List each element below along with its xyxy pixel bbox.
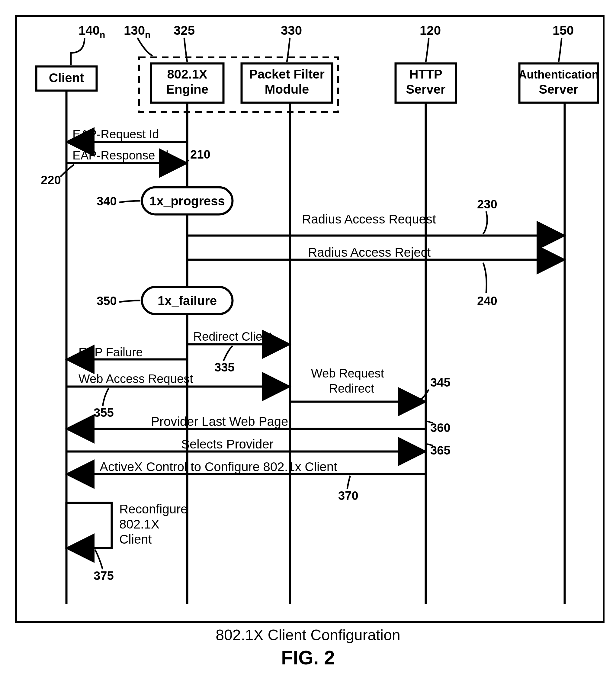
svg-text:Authentication: Authentication	[518, 68, 599, 81]
state-1x-progress-label: 1x_progress	[150, 194, 225, 208]
svg-text:Web Request: Web Request	[311, 367, 384, 380]
ref-210: 210	[190, 148, 210, 161]
ref-335: 335	[215, 361, 235, 374]
ref-220: 220	[41, 173, 61, 187]
svg-text:Server: Server	[406, 82, 446, 96]
diagram-caption: 802.1X Client Configuration	[216, 627, 400, 644]
ref-375: 375	[93, 569, 114, 582]
ref-230: 230	[477, 197, 497, 211]
svg-text:n: n	[145, 30, 150, 40]
state-1x-failure-label: 1x_failure	[158, 294, 217, 308]
ref-360: 360	[430, 421, 451, 434]
svg-text:Redirect: Redirect	[329, 382, 374, 395]
participant-client: Client	[36, 67, 97, 90]
participant-filter: Packet Filter Module	[241, 64, 332, 103]
svg-text:HTTP: HTTP	[409, 67, 442, 81]
ref-340: 340	[97, 194, 117, 208]
participant-http: HTTP Server	[395, 64, 456, 103]
ref-120: 120	[420, 23, 441, 37]
msg-eap-request-label: EAP-Request Id	[73, 127, 159, 141]
participant-auth: Authentication Server	[518, 64, 599, 103]
client-box-label: Client	[49, 71, 84, 85]
msg-selects-provider-label: Selects Provider	[181, 437, 274, 451]
ref-365: 365	[430, 444, 451, 457]
ref-240: 240	[477, 294, 497, 307]
ref-370: 370	[338, 489, 358, 502]
msg-eap-response-label: EAP-Response Id	[73, 149, 168, 162]
svg-text:Client: Client	[119, 532, 152, 546]
msg-radius-req-label: Radius Access Request	[302, 212, 436, 226]
ref-355: 355	[93, 406, 114, 419]
ref-130n: 130	[124, 23, 145, 37]
svg-text:Reconfigure: Reconfigure	[119, 502, 188, 516]
svg-text:Server: Server	[539, 82, 579, 96]
msg-radius-rej-label: Radius Access Reject	[308, 245, 431, 259]
msg-web-access-label: Web Access Request	[78, 372, 193, 385]
svg-text:n: n	[100, 30, 105, 40]
svg-text:Packet Filter: Packet Filter	[249, 67, 324, 81]
self-reconfigure-box	[67, 503, 112, 548]
msg-eap-failure-label: EAP Failure	[78, 345, 143, 359]
svg-text:802.1X: 802.1X	[167, 67, 207, 81]
ref-140n: 140	[78, 23, 100, 37]
svg-text:Engine: Engine	[166, 82, 208, 96]
participant-engine: 802.1X Engine	[151, 64, 224, 103]
figure-number: FIG. 2	[281, 647, 335, 669]
msg-provider-last-label: Provider Last Web Page	[151, 414, 288, 428]
svg-text:Module: Module	[265, 82, 309, 96]
svg-text:802.1X: 802.1X	[119, 517, 159, 531]
msg-redirect-client-label: Redirect Client	[193, 330, 272, 343]
msg-activex-label: ActiveX Control to Configure 802.1x Clie…	[100, 460, 337, 474]
ref-325: 325	[174, 23, 195, 37]
ref-150: 150	[552, 23, 574, 37]
ref-330: 330	[281, 23, 302, 37]
ref-350: 350	[97, 294, 117, 307]
ref-345: 345	[430, 376, 451, 389]
